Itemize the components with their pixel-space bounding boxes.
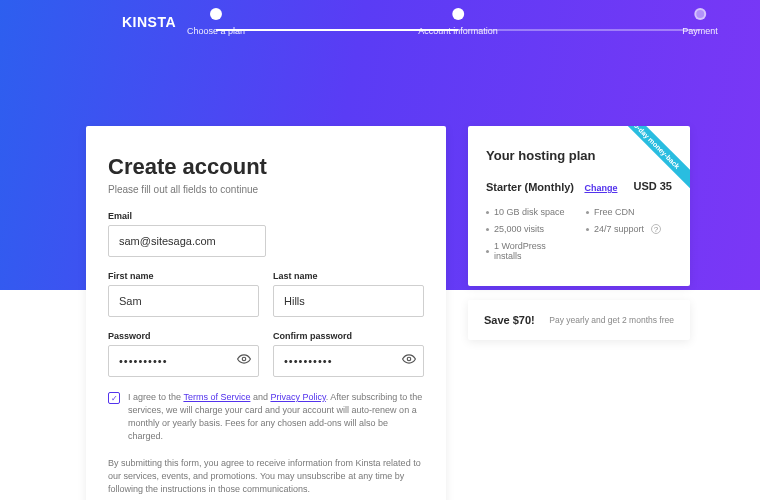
first-name-label: First name: [108, 271, 259, 281]
tos-link[interactable]: Terms of Service: [183, 392, 250, 402]
page-title: Create account: [108, 154, 424, 180]
privacy-link[interactable]: Privacy Policy: [270, 392, 325, 402]
feature-item: 25,000 visits: [486, 224, 572, 234]
save-banner[interactable]: Save $70! Pay yearly and get 2 months fr…: [468, 300, 690, 340]
create-account-card: Create account Please fill out all field…: [86, 126, 446, 500]
plan-name: Starter (Monthly): [486, 181, 574, 193]
brand-logo: KINSTA: [122, 14, 176, 30]
step-dot-plan: [210, 8, 222, 20]
save-heading: Save $70!: [484, 314, 535, 326]
eye-icon[interactable]: [402, 352, 416, 370]
page-subtitle: Please fill out all fields to continue: [108, 184, 424, 195]
step-label-payment: Payment: [682, 26, 718, 36]
save-text: Pay yearly and get 2 months free: [549, 315, 674, 325]
svg-point-0: [242, 357, 246, 361]
feature-item: 24/7 support?: [586, 224, 672, 234]
last-name-field[interactable]: [273, 285, 424, 317]
last-name-label: Last name: [273, 271, 424, 281]
plan-price: USD 35: [633, 180, 672, 192]
svg-point-1: [407, 357, 411, 361]
hosting-plan-card: 30-day money-back Your hosting plan Star…: [468, 126, 690, 286]
change-plan-link[interactable]: Change: [584, 183, 617, 193]
eye-icon[interactable]: [237, 352, 251, 370]
marketing-note: By submitting this form, you agree to re…: [108, 457, 424, 496]
password-label: Password: [108, 331, 259, 341]
step-dot-payment: [694, 8, 706, 20]
feature-item: Free CDN: [586, 207, 672, 217]
feature-item: 10 GB disk space: [486, 207, 572, 217]
agree-checkbox[interactable]: ✓: [108, 392, 120, 404]
email-field[interactable]: [108, 225, 266, 257]
info-icon[interactable]: ?: [651, 224, 661, 234]
agree-text: I agree to the Terms of Service and Priv…: [128, 391, 424, 443]
step-label-plan: Choose a plan: [187, 26, 245, 36]
confirm-password-label: Confirm password: [273, 331, 424, 341]
step-dot-account: [452, 8, 464, 20]
plan-heading: Your hosting plan: [486, 148, 672, 163]
feature-item: 1 WordPress installs: [486, 241, 572, 261]
step-label-account: Account information: [418, 26, 498, 36]
email-label: Email: [108, 211, 266, 221]
first-name-field[interactable]: [108, 285, 259, 317]
